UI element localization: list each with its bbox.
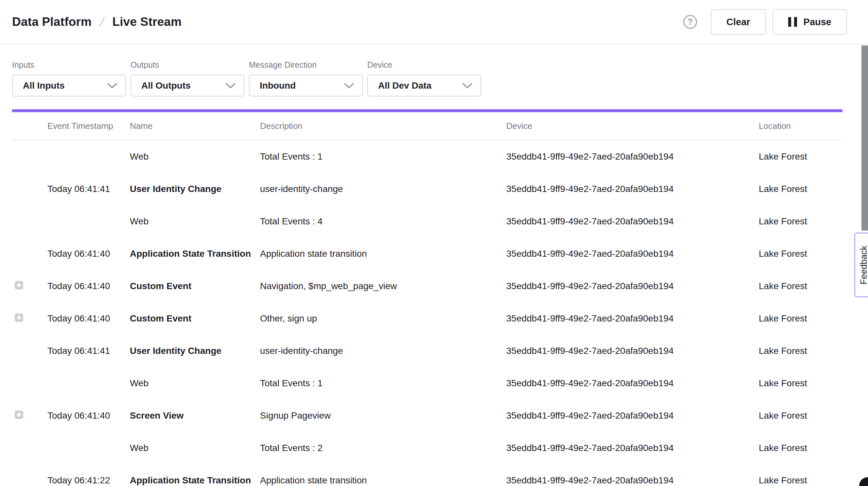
table-row[interactable]: Today 06:41:40 Custom Event Other, sign … <box>12 302 842 335</box>
cell-description: Navigation, $mp_web_page_view <box>260 281 506 292</box>
filter-outputs: Outputs All Outputs <box>130 60 244 96</box>
filter-label-device: Device <box>367 60 481 70</box>
cell-event-name: Application State Transition <box>130 248 260 259</box>
cell-location: Lake Forest <box>759 475 842 486</box>
cell-device-id: 35eddb41-9ff9-49e2-7aed-20afa90eb194 <box>506 151 759 162</box>
expand-cell <box>12 346 48 356</box>
cell-description: Other, sign up <box>260 313 506 324</box>
cell-location: Lake Forest <box>759 184 842 194</box>
device-select[interactable]: All Dev Data <box>367 74 481 96</box>
cell-description: Application state transition <box>260 248 506 259</box>
table-row[interactable]: Today 06:41:40 Screen View Signup Pagevi… <box>12 399 842 432</box>
cell-device-id: 35eddb41-9ff9-49e2-7aed-20afa90eb194 <box>506 443 759 453</box>
pause-icon <box>788 17 797 27</box>
column-header-timestamp: Event Timestamp <box>48 121 130 131</box>
cell-description: Application state transition <box>260 475 506 486</box>
clear-button[interactable]: Clear <box>711 9 766 35</box>
cell-event-timestamp: Today 06:41:40 <box>48 248 130 259</box>
cell-event-timestamp: Today 06:41:22 <box>48 475 130 486</box>
table-body: Web Total Events : 1 35eddb41-9ff9-49e2-… <box>12 140 842 486</box>
table-row[interactable]: Web Total Events : 2 35eddb41-9ff9-49e2-… <box>12 432 842 464</box>
cell-location: Lake Forest <box>759 216 842 226</box>
feedback-tab-label: Feedback <box>859 246 868 284</box>
filter-message-direction: Message Direction Inbound <box>249 60 363 96</box>
feedback-tab[interactable]: Feedback <box>854 233 868 297</box>
cell-device-id: 35eddb41-9ff9-49e2-7aed-20afa90eb194 <box>506 313 759 324</box>
cell-device-id: 35eddb41-9ff9-49e2-7aed-20afa90eb194 <box>506 378 759 389</box>
cell-device-id: 35eddb41-9ff9-49e2-7aed-20afa90eb194 <box>506 248 759 259</box>
table-row[interactable]: Today 06:41:40 Application State Transit… <box>12 238 842 270</box>
breadcrumb-section[interactable]: Data Platform <box>12 15 92 29</box>
cell-location: Lake Forest <box>759 443 842 453</box>
table-row[interactable]: Web Total Events : 1 35eddb41-9ff9-49e2-… <box>12 140 842 173</box>
cell-location: Lake Forest <box>759 281 842 292</box>
cell-location: Lake Forest <box>759 378 842 389</box>
cell-event-timestamp: Today 06:41:40 <box>48 411 130 421</box>
filter-label-outputs: Outputs <box>130 60 244 70</box>
help-icon[interactable]: ? <box>683 15 697 29</box>
cell-event-timestamp: Today 06:41:40 <box>48 313 130 324</box>
top-bar: Data Platform / Live Stream ? Clear Paus… <box>0 0 868 44</box>
expand-cell <box>12 281 48 292</box>
chevron-down-icon <box>107 83 117 89</box>
table-row[interactable]: Today 06:41:41 User Identity Change user… <box>12 173 842 205</box>
table-header-row: Event Timestamp Name Description Device … <box>12 112 842 140</box>
expand-plus-icon[interactable] <box>15 411 23 419</box>
expand-plus-icon[interactable] <box>15 281 23 290</box>
cell-device-id: 35eddb41-9ff9-49e2-7aed-20afa90eb194 <box>506 411 759 421</box>
cell-description: Total Events : 1 <box>260 151 506 162</box>
cell-event-name: Screen View <box>130 411 260 421</box>
pause-button[interactable]: Pause <box>773 9 847 35</box>
cell-device-id: 35eddb41-9ff9-49e2-7aed-20afa90eb194 <box>506 346 759 356</box>
expand-cell <box>12 475 48 486</box>
cell-event-timestamp: Today 06:41:41 <box>48 346 130 356</box>
table-row[interactable]: Web Total Events : 4 35eddb41-9ff9-49e2-… <box>12 205 842 238</box>
expand-plus-icon[interactable] <box>15 313 23 322</box>
table-row[interactable]: Web Total Events : 1 35eddb41-9ff9-49e2-… <box>12 367 842 399</box>
chevron-down-icon <box>225 83 236 89</box>
outputs-select[interactable]: All Outputs <box>130 74 244 96</box>
column-header-description: Description <box>260 121 506 131</box>
cell-event-name: Application State Transition <box>130 475 260 486</box>
chevron-down-icon <box>462 83 473 89</box>
inputs-select[interactable]: All Inputs <box>12 74 126 96</box>
breadcrumb: Data Platform / Live Stream <box>12 15 182 29</box>
breadcrumb-separator-icon: / <box>98 15 105 29</box>
filter-bar: Inputs All Inputs Outputs All Outputs Me… <box>0 44 868 96</box>
cell-event-name: User Identity Change <box>130 346 260 356</box>
filter-label-message-direction: Message Direction <box>249 60 363 70</box>
table-row[interactable]: Today 06:41:41 User Identity Change user… <box>12 335 842 367</box>
cell-event-timestamp: Today 06:41:40 <box>48 281 130 292</box>
cell-description: user-identity-change <box>260 346 506 356</box>
chevron-down-icon <box>344 83 354 89</box>
message-direction-select[interactable]: Inbound <box>249 74 363 96</box>
cell-description: Total Events : 4 <box>260 216 506 226</box>
cell-description: Total Events : 2 <box>260 443 506 453</box>
live-stream-table: Event Timestamp Name Description Device … <box>12 112 842 486</box>
chat-bubble-button[interactable] <box>859 477 868 486</box>
cell-event-name: Custom Event <box>130 313 260 324</box>
pause-button-label: Pause <box>804 17 831 28</box>
cell-event-name: Web <box>130 443 260 453</box>
expand-cell <box>12 216 48 226</box>
filter-label-inputs: Inputs <box>12 60 126 70</box>
column-header-name: Name <box>130 121 260 131</box>
cell-event-name: Web <box>130 151 260 162</box>
accent-divider <box>12 109 842 112</box>
table-row[interactable]: Today 06:41:40 Custom Event Navigation, … <box>12 270 842 302</box>
cell-event-name: User Identity Change <box>130 184 260 194</box>
cell-device-id: 35eddb41-9ff9-49e2-7aed-20afa90eb194 <box>506 281 759 292</box>
inputs-select-value: All Inputs <box>23 81 65 91</box>
filter-inputs: Inputs All Inputs <box>12 60 126 96</box>
vertical-scrollbar[interactable] <box>862 45 868 231</box>
table-row[interactable]: Today 06:41:22 Application State Transit… <box>12 464 842 486</box>
expand-cell <box>12 184 48 194</box>
cell-location: Lake Forest <box>759 313 842 324</box>
expand-cell <box>12 151 48 162</box>
cell-event-timestamp: Today 06:41:41 <box>48 184 130 194</box>
clear-button-label: Clear <box>726 17 750 28</box>
breadcrumb-page: Live Stream <box>112 15 182 29</box>
cell-location: Lake Forest <box>759 151 842 162</box>
outputs-select-value: All Outputs <box>141 81 191 91</box>
cell-device-id: 35eddb41-9ff9-49e2-7aed-20afa90eb194 <box>506 216 759 226</box>
